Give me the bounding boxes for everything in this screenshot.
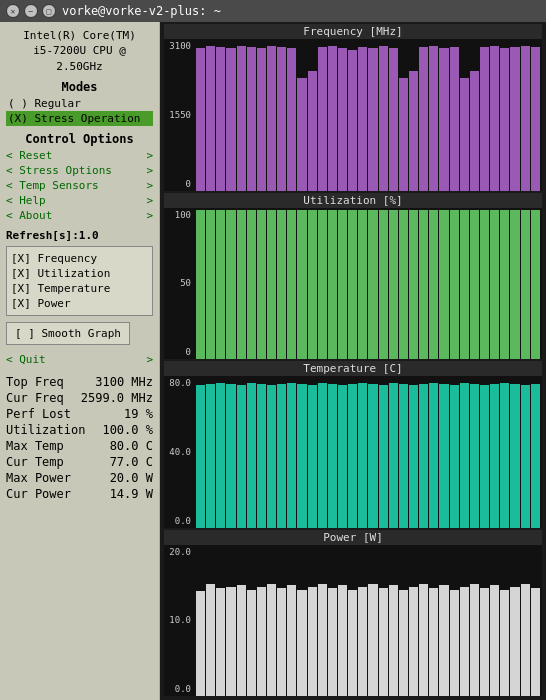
chart-bar: [247, 383, 256, 528]
chart-bar: [510, 384, 519, 528]
chart-bar: [287, 383, 296, 528]
chart-bar: [470, 210, 479, 360]
checkboxes-container: [X] Frequency[X] Utilization[X] Temperat…: [11, 251, 148, 311]
chart-bar: [521, 210, 530, 360]
utilization-chart: Utilization [%] 100 50 0: [164, 193, 542, 360]
chart-bar: [267, 46, 276, 191]
chart-bar: [226, 210, 235, 360]
chart-bar: [419, 210, 428, 360]
checkbox-item[interactable]: [X] Power: [11, 296, 148, 311]
chart-bar: [237, 585, 246, 696]
chart-bar: [500, 210, 509, 360]
minimize-button[interactable]: −: [24, 4, 38, 18]
stat-value: 19 %: [124, 407, 153, 421]
checkbox-item[interactable]: [X] Frequency: [11, 251, 148, 266]
control-item[interactable]: < Reset>: [6, 148, 153, 163]
chart-bar: [257, 210, 266, 360]
chart-bar: [399, 590, 408, 696]
stat-label: Cur Temp: [6, 455, 64, 469]
chart-bar: [510, 587, 519, 696]
quit-arrow: >: [146, 353, 153, 366]
chart-bar: [389, 585, 398, 696]
chart-bar: [237, 210, 246, 360]
chart-bar: [389, 383, 398, 528]
chart-bar: [318, 383, 327, 528]
window-title: vorke@vorke-v2-plus: ~: [62, 4, 221, 18]
chart-bar: [206, 584, 215, 696]
chart-bar: [358, 383, 367, 528]
chart-bar: [348, 210, 357, 360]
chart-bar: [348, 50, 357, 191]
power-chart-area: 20.0 10.0 0.0: [164, 545, 542, 697]
chart-bar: [460, 78, 469, 190]
power-y-axis: 20.0 10.0 0.0: [164, 545, 194, 697]
checkbox-item[interactable]: [X] Utilization: [11, 266, 148, 281]
chart-bar: [500, 383, 509, 528]
chart-bar: [348, 590, 357, 696]
chart-bar: [490, 210, 499, 360]
chart-bar: [267, 210, 276, 360]
chart-bar: [480, 385, 489, 527]
chart-bar: [470, 384, 479, 528]
close-button[interactable]: ✕: [6, 4, 20, 18]
chart-bar: [521, 385, 530, 527]
frequency-chart: Frequency [MHz] 3100 1550 0: [164, 24, 542, 191]
mode-stress[interactable]: (X) Stress Operation: [6, 111, 153, 126]
stat-row: Max Temp80.0 C: [6, 438, 153, 454]
chart-bar: [358, 47, 367, 191]
chart-bar: [409, 210, 418, 360]
chart-bar: [480, 47, 489, 191]
chart-bar: [389, 48, 398, 190]
chart-bar: [216, 47, 225, 191]
chart-bar: [226, 48, 235, 190]
checkbox-item[interactable]: [X] Temperature: [11, 281, 148, 296]
control-item[interactable]: < Temp Sensors>: [6, 178, 153, 193]
chart-bar: [531, 588, 540, 696]
chart-bar: [277, 588, 286, 696]
chart-bar: [510, 47, 519, 191]
stat-label: Max Power: [6, 471, 71, 485]
control-item[interactable]: < Stress Options>: [6, 163, 153, 178]
chart-bar: [480, 588, 489, 696]
mode-regular[interactable]: ( ) Regular: [6, 96, 153, 111]
quit-row[interactable]: < Quit >: [6, 353, 153, 366]
control-item[interactable]: < About>: [6, 208, 153, 223]
chart-bar: [490, 46, 499, 191]
chart-bar: [368, 210, 377, 360]
chart-bar: [490, 384, 499, 528]
chart-bar: [226, 587, 235, 696]
quit-label[interactable]: < Quit: [6, 353, 46, 366]
control-options-title: Control Options: [6, 132, 153, 146]
chart-bar: [429, 46, 438, 191]
temperature-bars: [194, 376, 542, 528]
chart-bar: [470, 71, 479, 191]
maximize-button[interactable]: □: [42, 4, 56, 18]
chart-bar: [257, 48, 266, 190]
chart-bar: [226, 384, 235, 528]
chart-bar: [419, 584, 428, 696]
chart-bar: [267, 385, 276, 527]
temperature-chart: Temperature [C] 80.0 40.0 0.0: [164, 361, 542, 528]
chart-bar: [379, 46, 388, 191]
chart-bar: [196, 385, 205, 527]
chart-bar: [277, 210, 286, 360]
chart-bar: [318, 47, 327, 191]
chart-bar: [206, 46, 215, 191]
control-item[interactable]: < Help>: [6, 193, 153, 208]
chart-bar: [247, 590, 256, 696]
chart-bar: [409, 385, 418, 527]
smooth-graph-button[interactable]: [ ] Smooth Graph: [6, 322, 130, 345]
temperature-chart-title: Temperature [C]: [164, 361, 542, 376]
charts-container: Frequency [MHz] 3100 1550 0 Utilization …: [160, 22, 546, 700]
temperature-chart-area: 80.0 40.0 0.0: [164, 376, 542, 528]
chart-bar: [460, 383, 469, 528]
utilization-chart-area: 100 50 0: [164, 208, 542, 360]
chart-bar: [338, 48, 347, 190]
window-controls[interactable]: ✕ − □: [6, 4, 56, 18]
chart-bar: [237, 385, 246, 527]
stat-value: 100.0 %: [102, 423, 153, 437]
chart-bar: [308, 385, 317, 527]
chart-bar: [531, 384, 540, 528]
chart-bar: [287, 48, 296, 190]
stat-label: Cur Power: [6, 487, 71, 501]
